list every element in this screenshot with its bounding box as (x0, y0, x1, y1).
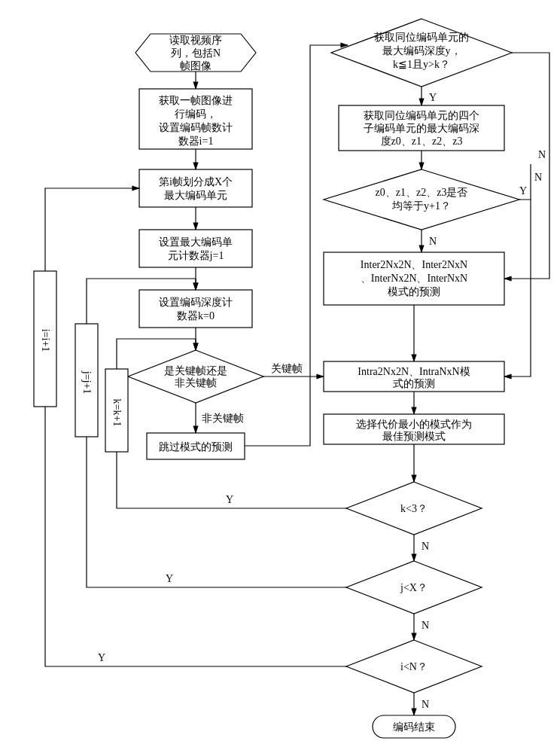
node-getframe: 获取一帧图像进 行编码， 设置编码帧数计 数器i=1 (139, 89, 252, 149)
node-end: 编码结束 (373, 715, 455, 738)
svg-marker-10 (128, 350, 263, 403)
svg-rect-8 (139, 290, 252, 328)
intra-l1: Intra2Nx2N、IntraNxN模 (358, 366, 470, 377)
splitx-l2: 最大编码单元 (164, 190, 227, 201)
getframe-l2: 行编码， (175, 108, 217, 120)
node-inter: Inter2Nx2N、Inter2NxN 、InterNx2N、InterNxN… (324, 252, 504, 305)
gety-l1: 获取同位编码单元的 (374, 32, 469, 43)
start-l1: 读取视频序 (169, 35, 222, 46)
node-setk: 设置编码深度计 数器k=0 (139, 290, 252, 328)
edge-zcheck-nlabel2: N (534, 172, 542, 183)
edge-iltn-n: N (422, 699, 429, 710)
getframe-l3: 设置编码帧数计 (159, 122, 233, 133)
skip-l1: 跳过模式的预测 (159, 441, 233, 453)
node-getz: 获取同位编码单元的四个 子编码单元的最大编码深 度z0、z1、z2、z3 (339, 105, 504, 151)
iskey-l2: 非关键帧 (175, 377, 217, 389)
edge-zcheck-y: Y (519, 185, 527, 197)
zcheck-l2: 均等于y+1？ (391, 200, 451, 212)
iinc-text: i=i+1 (40, 329, 51, 352)
setk-l2: 数器k=0 (177, 310, 215, 322)
gety-l3: k≦1且y>k？ (393, 59, 450, 70)
node-setj: 设置最大编码单 元计数器j=1 (139, 230, 252, 267)
setj-l1: 设置最大编码单 (159, 236, 233, 248)
edge-nonkeyframe: 非关键帧 (202, 413, 244, 424)
setk-l1: 设置编码深度计 (159, 297, 233, 308)
jltx-text: j<X？ (400, 582, 428, 593)
node-jltx: j<X？ (346, 561, 482, 614)
flowchart-canvas: 读取视频序 列，包括N 帧图像 获取一帧图像进 行编码， 设置编码帧数计 数器i… (0, 0, 560, 753)
edge-klt3-n: N (422, 541, 429, 552)
edge-gety-y: Y (429, 92, 437, 103)
gety-l2: 最大编码深度y， (382, 45, 461, 56)
node-zcheck: z0、z1、z2、z3是否 均等于y+1？ (324, 169, 519, 230)
node-iskey: 是关键帧还是 非关键帧 (128, 350, 263, 403)
node-kinc: k=k+1 (105, 369, 128, 452)
jinc-text: j=j+1 (81, 370, 93, 395)
edge-klt3-y: Y (226, 494, 233, 505)
svg-marker-17 (324, 169, 519, 230)
start-l3: 帧图像 (180, 60, 212, 72)
getz-l3: 度z0、z1、z2、z3 (381, 136, 463, 147)
edge-gety-n: N (538, 149, 546, 160)
iltn-text: i<N？ (400, 661, 428, 672)
inter-l3: 模式的预测 (388, 286, 440, 297)
node-selbest: 选择代价最小的模式作为 最佳预测模式 (324, 414, 504, 444)
getz-l1: 获取同位编码单元的四个 (364, 110, 479, 121)
edge-jltx-y: Y (166, 573, 173, 584)
node-splitx: 第i帧划分成X个 最大编码单元 (139, 169, 252, 207)
node-iltn: i<N？ (346, 640, 482, 693)
edge-jltx-n: N (422, 620, 429, 631)
intra-l2: 式的预测 (393, 378, 435, 389)
edge-zcheck-n: N (429, 236, 437, 247)
getz-l2: 子编码单元的最大编码深 (364, 123, 479, 134)
node-skip: 跳过模式的预测 (147, 433, 245, 459)
inter-l1: Inter2Nx2N、Inter2NxN (361, 259, 467, 270)
edge-iltn-y: Y (98, 652, 105, 663)
getframe-l4: 数器i=1 (178, 136, 214, 147)
selbest-l2: 最佳预测模式 (382, 431, 446, 442)
klt3-text: k<3？ (400, 503, 428, 514)
selbest-l1: 选择代价最小的模式作为 (356, 419, 472, 430)
iskey-l1: 是关键帧还是 (164, 365, 227, 376)
svg-rect-4 (139, 169, 252, 207)
svg-rect-6 (139, 230, 252, 267)
node-jinc: j=j+1 (75, 324, 98, 437)
start-l2: 列，包括N (171, 47, 221, 59)
edge-keyframe: 关键帧 (271, 363, 303, 374)
node-klt3: k<3？ (346, 482, 482, 535)
zcheck-l1: z0、z1、z2、z3是否 (376, 187, 468, 198)
node-start: 读取视频序 列，包括N 帧图像 (135, 34, 256, 72)
getframe-l1: 获取一帧图像进 (159, 95, 233, 106)
node-intra: Intra2Nx2N、IntraNxN模 式的预测 (324, 361, 504, 392)
end-text: 编码结束 (393, 721, 435, 733)
splitx-l1: 第i帧划分成X个 (159, 176, 233, 187)
node-gety: 获取同位编码单元的 最大编码深度y， k≦1且y>k？ (331, 19, 512, 87)
setj-l2: 元计数器j=1 (168, 250, 224, 261)
node-iinc: i=i+1 (34, 271, 56, 407)
inter-l2: 、InterNx2N、InterNxN (361, 273, 467, 284)
kinc-text: k=k+1 (111, 399, 123, 427)
